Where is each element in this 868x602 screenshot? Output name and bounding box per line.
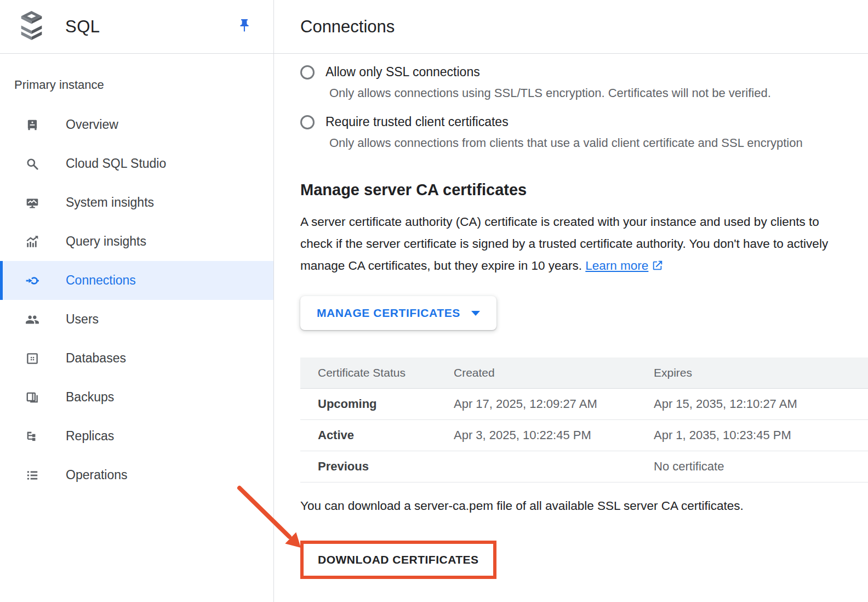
table-header-row: Certificate Status Created Expires <box>300 357 868 388</box>
search-icon <box>25 157 39 171</box>
cloud-sql-logo-icon <box>18 11 45 42</box>
sidebar-item-label: Cloud SQL Studio <box>66 156 166 171</box>
sidebar-section-label: Primary instance <box>14 78 273 92</box>
sidebar-item-label: Databases <box>66 351 126 366</box>
manage-certificates-label: MANAGE CERTIFICATES <box>317 306 460 320</box>
table-row: Previous No certificate <box>300 451 868 482</box>
radio-button[interactable] <box>300 115 315 129</box>
manage-ca-body-text: A server certificate authority (CA) cert… <box>300 215 828 272</box>
sidebar-item-label: Query insights <box>66 234 146 249</box>
sidebar: SQL Primary instance Overview <box>0 0 274 602</box>
sidebar-nav: Overview Cloud SQL Studio <box>0 105 273 495</box>
users-icon <box>25 313 39 327</box>
page-title: Connections <box>300 17 395 37</box>
sidebar-item-system-insights[interactable]: System insights <box>0 183 273 222</box>
sidebar-item-label: Overview <box>66 117 118 132</box>
ssl-option-require-client-certs: Require trusted client certificates <box>300 115 868 129</box>
sidebar-item-connections[interactable]: Connections <box>0 261 273 300</box>
download-certificates-button[interactable]: DOWNLOAD CERTIFICATES <box>304 544 493 576</box>
sidebar-item-query-insights[interactable]: Query insights <box>0 222 273 261</box>
sidebar-item-label: System insights <box>66 195 154 210</box>
radio-label[interactable]: Allow only SSL connections <box>326 65 480 79</box>
main-header: Connections <box>274 0 868 54</box>
sidebar-item-label: Users <box>66 312 99 327</box>
radio-button[interactable] <box>300 65 315 79</box>
cert-created: Apr 3, 2025, 10:22:45 PM <box>436 419 636 451</box>
column-expires: Expires <box>636 357 868 388</box>
chevron-down-icon <box>471 311 480 316</box>
sidebar-item-label: Replicas <box>66 429 114 444</box>
sidebar-item-cloud-sql-studio[interactable]: Cloud SQL Studio <box>0 144 273 183</box>
column-certificate-status: Certificate Status <box>300 357 436 388</box>
radio-description: Only allows connections using SSL/TLS en… <box>329 86 868 100</box>
cert-created: Apr 17, 2025, 12:09:27 AM <box>436 388 636 419</box>
manage-ca-description: A server certificate authority (CA) cert… <box>300 211 848 279</box>
table-row: Upcoming Apr 17, 2025, 12:09:27 AM Apr 1… <box>300 388 868 419</box>
external-link-icon <box>652 257 664 279</box>
radio-label[interactable]: Require trusted client certificates <box>326 115 509 129</box>
query-insights-icon <box>25 235 39 249</box>
databases-icon <box>25 351 39 366</box>
cloud-sql-console: SQL Primary instance Overview <box>0 0 868 602</box>
sidebar-item-databases[interactable]: Databases <box>0 339 273 378</box>
cert-expires: Apr 1, 2035, 10:23:45 PM <box>636 419 868 451</box>
ssl-option-allow-only-ssl: Allow only SSL connections <box>300 65 868 79</box>
app-title: SQL <box>65 17 100 37</box>
sidebar-item-label: Operations <box>66 468 128 482</box>
cert-expires: No certificate <box>636 451 868 482</box>
learn-more-link[interactable]: Learn more <box>585 259 648 272</box>
sidebar-item-label: Connections <box>66 273 136 288</box>
cert-created <box>436 451 636 482</box>
sidebar-item-users[interactable]: Users <box>0 300 273 339</box>
cert-status: Previous <box>300 451 436 482</box>
main-panel: Connections Allow only SSL connections O… <box>274 0 868 602</box>
cert-status: Upcoming <box>300 388 436 419</box>
operations-icon <box>25 468 39 482</box>
main-content: Allow only SSL connections Only allows c… <box>274 54 868 579</box>
radio-description: Only allows connections from clients tha… <box>329 136 868 150</box>
certificates-table: Certificate Status Created Expires Upcom… <box>300 357 868 482</box>
sidebar-item-overview[interactable]: Overview <box>0 105 273 144</box>
sidebar-header: SQL <box>0 0 273 54</box>
sidebar-item-replicas[interactable]: Replicas <box>0 417 273 456</box>
pin-icon[interactable] <box>237 18 252 36</box>
system-insights-icon <box>25 196 39 210</box>
table-row: Active Apr 3, 2025, 10:22:45 PM Apr 1, 2… <box>300 419 868 451</box>
backups-icon <box>25 390 39 405</box>
sidebar-item-label: Backups <box>66 390 114 405</box>
connections-icon <box>25 274 39 288</box>
column-created: Created <box>436 357 636 388</box>
cert-expires: Apr 15, 2035, 12:10:27 AM <box>636 388 868 419</box>
replicas-icon <box>25 429 39 444</box>
manage-ca-heading: Manage server CA certificates <box>300 181 868 199</box>
sidebar-item-backups[interactable]: Backups <box>0 378 273 417</box>
annotation-highlight-box: DOWNLOAD CERTIFICATES <box>300 541 496 579</box>
cert-status: Active <box>300 419 436 451</box>
download-note: You can download a server-ca.pem file of… <box>300 499 868 513</box>
sidebar-item-operations[interactable]: Operations <box>0 456 273 495</box>
overview-icon <box>25 118 39 132</box>
manage-certificates-button[interactable]: MANAGE CERTIFICATES <box>300 296 496 330</box>
